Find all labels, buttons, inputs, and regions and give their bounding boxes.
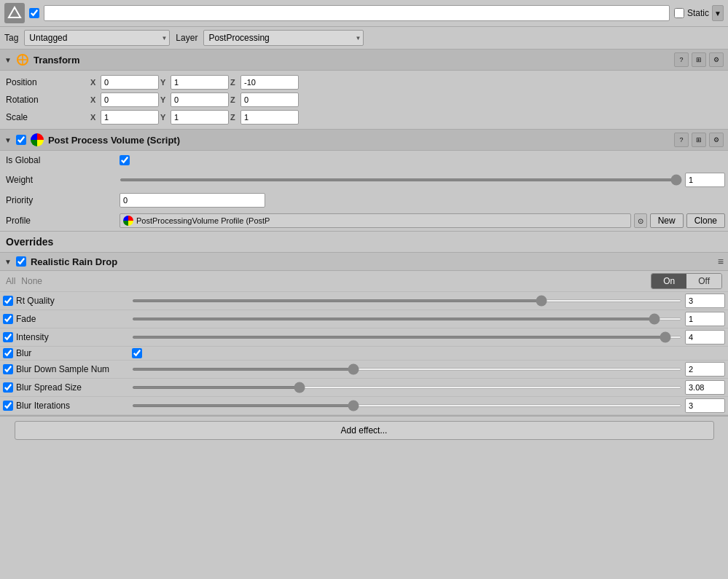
transform-layout-btn[interactable]: ⊞	[692, 52, 706, 67]
fade-slider[interactable]	[132, 318, 682, 320]
rot-y-input[interactable]	[171, 92, 229, 107]
blur-downsample-checkbox[interactable]	[3, 364, 13, 374]
tag-label: Tag	[4, 33, 18, 43]
blur-main-checkbox[interactable]	[3, 348, 13, 358]
pp-icon	[31, 133, 44, 146]
rt-quality-checkbox[interactable]	[3, 296, 13, 306]
transform-toggle[interactable]: ▼	[4, 56, 12, 64]
scale-y-axis: Y	[160, 113, 169, 122]
blur-downsample-slider[interactable]	[132, 368, 682, 371]
pp-toggle[interactable]: ▼	[4, 136, 12, 144]
transform-icon	[16, 53, 29, 66]
blur-spread-slider[interactable]	[132, 386, 682, 389]
blur-spread-control	[132, 380, 725, 395]
blur-spread-slider-wrap	[132, 380, 682, 395]
unity-logo	[4, 3, 25, 23]
blur-iter-input[interactable]	[685, 398, 725, 413]
transform-grid: Position X Y Z Rotation X Y Z Scale X Y …	[0, 71, 728, 129]
rt-quality-control	[132, 294, 725, 308]
profile-value: PostProcessingVolume Profile (PostP ⊙ Ne…	[117, 212, 728, 229]
layer-select[interactable]: PostProcessing	[203, 30, 364, 46]
rot-x-input[interactable]	[101, 92, 159, 107]
three-lines-icon[interactable]: ≡	[718, 256, 724, 267]
scale-z-input[interactable]	[240, 110, 299, 125]
list-item: Rt Quality	[0, 292, 728, 310]
list-item: Blur Down Sample Num	[0, 361, 728, 379]
intensity-checkbox[interactable]	[3, 332, 13, 342]
blur-spread-checkbox[interactable]	[3, 382, 13, 393]
clone-btn[interactable]: Clone	[686, 213, 725, 228]
is-global-checkbox[interactable]	[120, 155, 130, 165]
pp-settings-btn[interactable]: ⚙	[709, 133, 724, 147]
blur-value-checkbox[interactable]	[132, 348, 142, 358]
tag-select-wrap: Untagged	[24, 30, 170, 46]
fade-checkbox[interactable]	[3, 314, 13, 324]
pos-z-input[interactable]	[240, 75, 299, 90]
rt-quality-slider[interactable]	[132, 299, 682, 302]
profile-text: PostProcessingVolume Profile (PostP	[136, 216, 270, 225]
rot-z-input[interactable]	[240, 92, 299, 107]
profile-icon	[123, 216, 133, 226]
none-label[interactable]: None	[21, 276, 42, 286]
overrides-title: Overrides	[6, 236, 53, 248]
rt-quality-label: Rt Quality	[16, 296, 129, 306]
raindrop-panel: ▼ Realistic Rain Drop ≡ All None On Off …	[0, 252, 728, 416]
blur-iter-checkbox[interactable]	[3, 401, 13, 411]
static-checkbox[interactable]	[674, 8, 684, 18]
pos-y-input[interactable]	[171, 75, 229, 90]
transform-panel-header: ▼ Transform ? ⊞ ⚙	[0, 50, 728, 71]
blur-label: Blur	[16, 348, 129, 358]
add-effect-btn[interactable]: Add effect...	[15, 421, 714, 440]
scale-x-input[interactable]	[101, 110, 159, 125]
weight-row: Weight	[0, 170, 728, 190]
static-dropdown-arrow[interactable]: ▼	[712, 5, 724, 21]
scale-y-input[interactable]	[171, 110, 229, 125]
rt-quality-input[interactable]	[685, 294, 725, 308]
transform-help-btn[interactable]: ?	[674, 52, 689, 67]
on-btn[interactable]: On	[651, 274, 686, 288]
pp-help-btn[interactable]: ?	[674, 133, 689, 147]
blur-iter-slider[interactable]	[132, 404, 682, 407]
intensity-slider-wrap	[132, 330, 682, 344]
profile-pick-btn[interactable]: ⊙	[634, 213, 647, 228]
is-global-value	[117, 152, 728, 168]
pp-volume-panel: ▼ Post Process Volume (Script) ? ⊞ ⚙ Is …	[0, 130, 728, 232]
pp-layout-btn[interactable]: ⊞	[692, 133, 706, 147]
blur-spread-input[interactable]	[685, 380, 725, 395]
intensity-input[interactable]	[685, 330, 725, 344]
pos-x-input[interactable]	[101, 75, 159, 90]
intensity-label: Intensity	[16, 332, 129, 342]
transform-settings-btn[interactable]: ⚙	[709, 52, 724, 67]
priority-input[interactable]	[120, 193, 265, 208]
blur-downsample-input[interactable]	[685, 362, 725, 377]
add-effect-row: Add effect...	[0, 416, 728, 444]
list-item: Blur	[0, 347, 728, 361]
weight-input[interactable]	[685, 173, 725, 187]
fade-input[interactable]	[685, 312, 725, 326]
new-btn[interactable]: New	[650, 213, 684, 228]
fade-control	[132, 312, 725, 326]
blur-iter-label: Blur Iterations	[16, 401, 129, 411]
weight-slider[interactable]	[120, 178, 682, 181]
priority-value	[117, 192, 728, 209]
object-enabled-checkbox[interactable]	[29, 8, 39, 18]
object-name-input[interactable]: PostProcessingVolume	[44, 5, 670, 21]
tag-select[interactable]: Untagged	[24, 30, 170, 46]
list-item: Blur Spread Size	[0, 379, 728, 397]
pp-enabled-checkbox[interactable]	[16, 135, 26, 145]
off-btn[interactable]: Off	[686, 274, 721, 288]
all-label[interactable]: All	[6, 276, 15, 286]
raindrop-enabled-checkbox[interactable]	[16, 256, 26, 267]
rotation-label: Rotation	[0, 91, 87, 109]
fade-label: Fade	[16, 314, 129, 324]
intensity-slider[interactable]	[132, 336, 682, 339]
blur-iter-control	[132, 398, 725, 413]
profile-object-field[interactable]: PostProcessingVolume Profile (PostP	[120, 213, 631, 228]
pp-header-icons: ? ⊞ ⚙	[674, 133, 724, 147]
transform-title: Transform	[34, 55, 80, 66]
blur-spread-label: Blur Spread Size	[16, 382, 129, 393]
pp-volume-header: ▼ Post Process Volume (Script) ? ⊞ ⚙	[0, 130, 728, 151]
raindrop-toggle[interactable]: ▼	[4, 258, 12, 266]
rot-y-axis: Y	[160, 95, 169, 104]
pos-y-axis: Y	[160, 78, 169, 87]
